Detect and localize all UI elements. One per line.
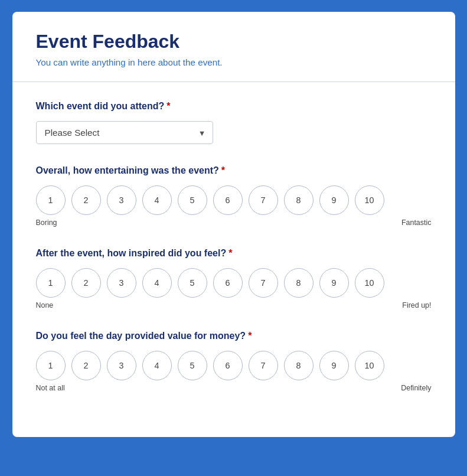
value-scale: 1 2 3 4 5 6 7 8 9 10 Not at all Definite… <box>36 351 432 392</box>
card-body: Which event did you attend?* Please Sele… <box>12 82 455 437</box>
page-subtitle: You can write anything in here about the… <box>36 57 432 67</box>
rating-circle-2[interactable]: 2 <box>71 351 101 380</box>
rating-circle-10[interactable]: 10 <box>355 351 384 380</box>
rating-circle-4[interactable]: 4 <box>142 351 172 380</box>
question-entertaining: Overall, how entertaining was the event?… <box>36 165 432 227</box>
rating-item: 8 <box>284 185 313 215</box>
required-star-4: * <box>248 331 252 341</box>
rating-item: 1 <box>36 185 66 215</box>
entertaining-label: Overall, how entertaining was the event?… <box>36 165 432 176</box>
rating-circle-4[interactable]: 4 <box>142 268 172 298</box>
inspired-scale-labels: None Fired up! <box>36 301 432 309</box>
rating-circle-9[interactable]: 9 <box>319 185 349 215</box>
rating-circle-7[interactable]: 7 <box>249 185 278 215</box>
required-star-2: * <box>221 165 225 175</box>
required-star-3: * <box>228 248 232 258</box>
value-scale-numbers: 1 2 3 4 5 6 7 8 9 10 <box>36 351 432 380</box>
rating-circle-1[interactable]: 1 <box>36 185 66 215</box>
page-title: Event Feedback <box>36 31 432 53</box>
rating-circle-2[interactable]: 2 <box>71 185 101 215</box>
rating-circle-6[interactable]: 6 <box>213 185 243 215</box>
rating-circle-6[interactable]: 6 <box>213 268 243 298</box>
rating-circle-3[interactable]: 3 <box>107 185 136 215</box>
question-value: Do you feel the day provided value for m… <box>36 331 432 392</box>
rating-item: 6 <box>213 185 243 215</box>
rating-circle-1[interactable]: 1 <box>36 268 66 298</box>
rating-circle-9[interactable]: 9 <box>319 351 349 380</box>
rating-circle-7[interactable]: 7 <box>249 351 278 380</box>
rating-item: 9 <box>319 268 349 298</box>
inspired-scale: 1 2 3 4 5 6 7 8 9 10 None Fired up! <box>36 268 432 309</box>
required-star-1: * <box>166 101 170 111</box>
rating-circle-3[interactable]: 3 <box>107 351 136 380</box>
rating-item: 10 <box>355 185 384 215</box>
feedback-card: Event Feedback You can write anything in… <box>12 12 455 437</box>
rating-item: 10 <box>355 351 384 380</box>
question-event-select: Which event did you attend?* Please Sele… <box>36 101 432 144</box>
rating-circle-8[interactable]: 8 <box>284 185 313 215</box>
rating-item: 9 <box>319 185 349 215</box>
value-label: Do you feel the day provided value for m… <box>36 331 432 341</box>
rating-item: 2 <box>71 185 101 215</box>
rating-circle-6[interactable]: 6 <box>213 351 243 380</box>
event-select-wrapper: Please Select ▼ <box>36 121 213 144</box>
inspired-label-right: Fired up! <box>402 301 431 309</box>
rating-circle-9[interactable]: 9 <box>319 268 349 298</box>
rating-item: 5 <box>178 351 207 380</box>
inspired-scale-numbers: 1 2 3 4 5 6 7 8 9 10 <box>36 268 432 298</box>
inspired-label: After the event, how inspired did you fe… <box>36 248 432 259</box>
rating-circle-10[interactable]: 10 <box>355 185 384 215</box>
rating-item: 5 <box>178 185 207 215</box>
rating-item: 4 <box>142 185 172 215</box>
rating-circle-3[interactable]: 3 <box>107 268 136 298</box>
inspired-label-left: None <box>36 301 54 309</box>
value-scale-labels: Not at all Definitely <box>36 384 432 392</box>
entertaining-scale-numbers: 1 2 3 4 5 6 7 8 9 10 <box>36 185 432 215</box>
entertaining-scale: 1 2 3 4 5 6 7 8 9 10 Boring Fantastic <box>36 185 432 227</box>
rating-item: 2 <box>71 268 101 298</box>
rating-circle-10[interactable]: 10 <box>355 268 384 298</box>
rating-item: 6 <box>213 351 243 380</box>
rating-circle-7[interactable]: 7 <box>249 268 278 298</box>
event-select-input[interactable]: Please Select <box>36 121 213 144</box>
rating-item: 9 <box>319 351 349 380</box>
rating-item: 3 <box>107 351 136 380</box>
rating-item: 4 <box>142 351 172 380</box>
rating-item: 5 <box>178 268 207 298</box>
rating-item: 3 <box>107 185 136 215</box>
entertaining-scale-labels: Boring Fantastic <box>36 219 432 227</box>
rating-item: 1 <box>36 351 66 380</box>
rating-item: 8 <box>284 351 313 380</box>
value-label-right: Definitely <box>401 384 431 392</box>
card-header: Event Feedback You can write anything in… <box>12 12 455 81</box>
rating-item: 10 <box>355 268 384 298</box>
rating-circle-4[interactable]: 4 <box>142 185 172 215</box>
entertaining-label-right: Fantastic <box>401 219 432 227</box>
rating-item: 7 <box>249 268 278 298</box>
rating-item: 7 <box>249 185 278 215</box>
rating-circle-5[interactable]: 5 <box>178 268 207 298</box>
rating-circle-5[interactable]: 5 <box>178 185 207 215</box>
rating-circle-2[interactable]: 2 <box>71 268 101 298</box>
rating-item: 8 <box>284 268 313 298</box>
rating-item: 2 <box>71 351 101 380</box>
entertaining-label-left: Boring <box>36 219 57 227</box>
rating-item: 3 <box>107 268 136 298</box>
event-select-label: Which event did you attend?* <box>36 101 432 112</box>
rating-circle-8[interactable]: 8 <box>284 351 313 380</box>
rating-circle-8[interactable]: 8 <box>284 268 313 298</box>
rating-circle-1[interactable]: 1 <box>36 351 66 380</box>
rating-circle-5[interactable]: 5 <box>178 351 207 380</box>
rating-item: 1 <box>36 268 66 298</box>
rating-item: 7 <box>249 351 278 380</box>
rating-item: 6 <box>213 268 243 298</box>
value-label-left: Not at all <box>36 384 65 392</box>
question-inspired: After the event, how inspired did you fe… <box>36 248 432 309</box>
rating-item: 4 <box>142 268 172 298</box>
